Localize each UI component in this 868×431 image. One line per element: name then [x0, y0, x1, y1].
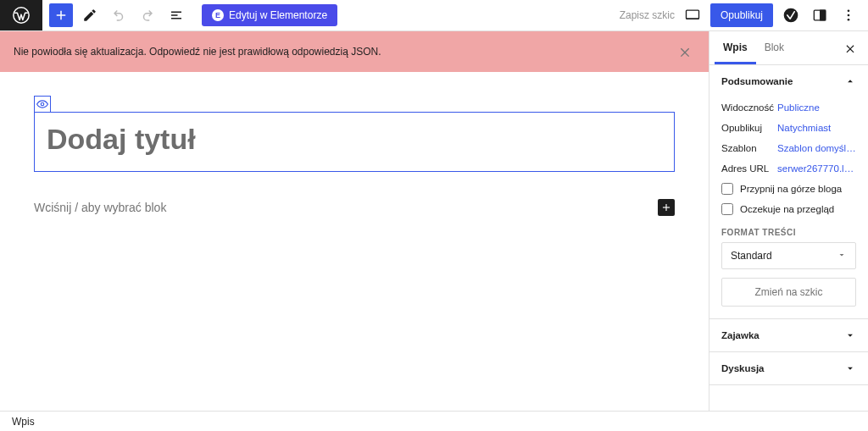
tab-post[interactable]: Wpis: [715, 31, 756, 64]
summary-panel-toggle[interactable]: Podsumowanie: [709, 65, 868, 97]
error-dismiss-button[interactable]: [675, 41, 695, 62]
discussion-panel-title: Dyskusja: [721, 363, 765, 373]
summary-panel: Podsumowanie Widoczność Publiczne Opubli…: [709, 65, 868, 319]
visibility-label: Widoczność: [721, 102, 777, 113]
toolbar-right-group: Zapisz szkic Opublikuj: [620, 0, 868, 30]
svg-rect-4: [821, 10, 826, 20]
visibility-eye-icon[interactable]: [34, 96, 51, 113]
url-label: Adres URL: [721, 163, 777, 174]
save-draft-link[interactable]: Zapisz szkic: [620, 9, 675, 21]
summary-panel-title: Podsumowanie: [721, 76, 793, 86]
svg-rect-1: [686, 10, 698, 19]
block-breadcrumb[interactable]: Wpis: [0, 411, 868, 431]
format-heading: FORMAT TREŚCI: [721, 228, 856, 237]
url-value[interactable]: serwer267770.lh.pl/a...: [777, 163, 856, 174]
document-outline-button[interactable]: [164, 3, 188, 27]
publish-label: Opublikuj: [721, 123, 777, 133]
inline-add-block-button[interactable]: [658, 199, 675, 216]
settings-panel-toggle[interactable]: [809, 4, 831, 26]
error-notice: Nie powiodła się aktualizacja. Odpowiedź…: [0, 31, 709, 72]
chevron-down-icon: [844, 329, 856, 341]
top-toolbar: E Edytuj w Elementorze Zapisz szkic Opub…: [0, 0, 868, 31]
svg-point-8: [41, 102, 44, 106]
preview-button[interactable]: [682, 4, 704, 26]
publish-value[interactable]: Natychmiast: [777, 123, 856, 133]
block-prompt-text[interactable]: Wciśnij / aby wybrać blok: [34, 201, 658, 214]
more-options-button[interactable]: [837, 4, 860, 26]
sidebar-tabs: Wpis Blok: [709, 31, 868, 65]
sidebar-close-button[interactable]: [837, 36, 863, 61]
pending-checkbox-row[interactable]: Oczekuje na przegląd: [721, 199, 856, 219]
tab-block[interactable]: Blok: [756, 31, 793, 64]
discussion-panel-toggle[interactable]: Dyskusja: [709, 352, 868, 384]
template-value[interactable]: Szablon domyślny: [777, 143, 856, 153]
post-title-block[interactable]: [34, 112, 675, 172]
wp-logo[interactable]: [0, 0, 42, 30]
template-label: Szablon: [721, 143, 777, 153]
pin-checkbox-row[interactable]: Przypnij na górze bloga: [721, 179, 856, 199]
excerpt-panel: Zajawka: [709, 319, 868, 352]
chevron-down-icon: [844, 362, 856, 374]
discussion-panel: Dyskusja: [709, 352, 868, 385]
pin-label: Przypnij na górze bloga: [740, 184, 842, 194]
add-block-button[interactable]: [49, 3, 73, 27]
toolbar-left-group: E Edytuj w Elementorze: [42, 0, 344, 30]
redo-button[interactable]: [136, 3, 159, 27]
chevron-up-icon: [844, 75, 856, 87]
post-title-input[interactable]: [47, 123, 662, 156]
excerpt-panel-toggle[interactable]: Zajawka: [709, 319, 868, 351]
yoast-icon[interactable]: [780, 4, 802, 26]
svg-point-6: [848, 14, 850, 17]
svg-point-5: [848, 9, 850, 12]
format-select[interactable]: Standard: [721, 242, 856, 269]
error-message: Nie powiodła się aktualizacja. Odpowiedź…: [14, 46, 381, 58]
svg-point-7: [848, 19, 850, 21]
excerpt-panel-title: Zajawka: [721, 330, 760, 340]
svg-point-2: [784, 8, 798, 23]
edit-elementor-button[interactable]: E Edytuj w Elementorze: [202, 4, 337, 26]
elementor-button-label: Edytuj w Elementorze: [229, 9, 327, 21]
editor-canvas: Nie powiodła się aktualizacja. Odpowiedź…: [0, 31, 709, 411]
publish-button[interactable]: Opublikuj: [710, 3, 773, 27]
elementor-icon: E: [212, 9, 224, 21]
switch-to-draft-button[interactable]: Zmień na szkic: [721, 278, 856, 307]
undo-button[interactable]: [107, 3, 131, 27]
chevron-down-icon: [837, 250, 847, 262]
format-value: Standard: [731, 250, 772, 262]
breadcrumb-item[interactable]: Wpis: [12, 416, 35, 428]
settings-sidebar: Wpis Blok Podsumowanie Widoczność Public…: [709, 31, 868, 411]
pending-checkbox[interactable]: [721, 203, 733, 215]
visibility-value[interactable]: Publiczne: [777, 102, 856, 113]
pin-checkbox[interactable]: [721, 183, 733, 195]
pending-label: Oczekuje na przegląd: [740, 204, 834, 214]
edit-tools-button[interactable]: [78, 3, 102, 27]
